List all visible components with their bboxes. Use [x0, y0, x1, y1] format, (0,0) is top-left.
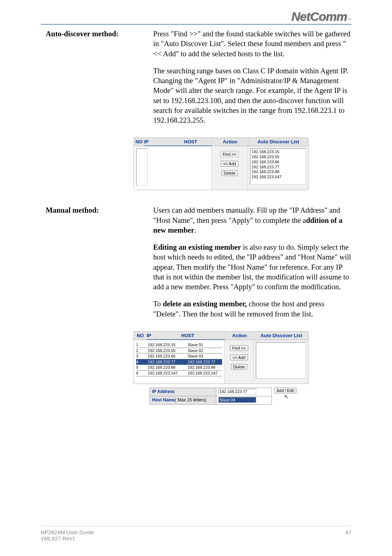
- fig1-col-no: NO: [134, 138, 144, 146]
- fig1-discover-item[interactable]: 192.168.223.55: [252, 155, 305, 160]
- fig1-discover-item[interactable]: 192.168.223.147: [252, 175, 305, 180]
- cursor-icon: ↖: [284, 393, 289, 400]
- section1-heading: Auto-discover method:: [46, 30, 119, 38]
- logo: NetComm ™: [41, 7, 351, 22]
- footer-rev: YML827 Rev1: [41, 535, 94, 541]
- page-footer: NP2624M User Guide YML827 Rev1 47: [41, 526, 351, 541]
- member-row[interactable]: 4192.168.223.77192.168.223.77: [136, 359, 222, 365]
- fig2-col-ip: IP: [147, 332, 181, 340]
- member-row[interactable]: 5192.168.223.88192.168.223.88: [136, 365, 222, 371]
- fig1-discover-listbox[interactable]: 192.168.223.15 192.168.223.55 192.168.22…: [250, 148, 306, 185]
- fig1-col-ip: IP: [144, 138, 184, 146]
- fig2-discover-listbox[interactable]: [256, 342, 306, 379]
- edit-form: IP Address Host Name( Max 15 letters) Ad…: [150, 388, 351, 405]
- form-hostname-input[interactable]: [219, 397, 256, 403]
- section2-para2: Editing an existing member is also easy …: [153, 242, 351, 292]
- fig1-find-button[interactable]: Find >>: [220, 151, 239, 157]
- member-row[interactable]: 6192.168.223.147192.168.223.147: [136, 371, 222, 376]
- form-hostname-label: Host Name( Max 15 letters): [150, 396, 216, 404]
- fig2-member-listbox[interactable]: 1192.168.223.15Slave 012192.168.223.55Sl…: [134, 340, 225, 384]
- fig2-col-no: NO: [134, 332, 147, 340]
- fig2-col-action: Action: [225, 332, 254, 340]
- fig2-col-discover: Auto Discover List: [254, 332, 308, 340]
- fig2-find-button[interactable]: Find >>: [230, 345, 248, 351]
- fig2-delete-button[interactable]: Delete: [231, 364, 248, 370]
- fig1-member-listbox[interactable]: [136, 148, 148, 185]
- fig1-add-button[interactable]: << Add: [221, 161, 238, 167]
- form-add-edit-button[interactable]: Add / Edit: [274, 388, 297, 393]
- fig1-col-host: HOST: [184, 138, 212, 146]
- member-row[interactable]: 2192.168.223.55Slave 02: [136, 348, 222, 354]
- section2-para3: To delete an existing member, choose the…: [153, 299, 351, 319]
- fig1-discover-item[interactable]: 192.168.223.88: [252, 169, 305, 175]
- footer-page-number: 47: [345, 529, 351, 541]
- fig1-discover-item[interactable]: 192.168.223.15: [252, 150, 305, 155]
- logo-tm: ™: [348, 18, 351, 22]
- logo-text: NetComm: [291, 11, 347, 22]
- fig2-add-button[interactable]: << Add: [230, 355, 248, 360]
- section1-para2: The searching range bases on Class C IP …: [153, 66, 351, 126]
- fig1-delete-button[interactable]: Delete: [221, 170, 238, 176]
- figure-manual: NO IP HOST Action Auto Discover List 119…: [134, 331, 309, 384]
- member-row[interactable]: 3192.168.223.66Slave 03: [136, 353, 222, 359]
- fig1-col-discover: Auto Discover List: [248, 138, 308, 146]
- fig1-col-action: Action: [212, 138, 248, 146]
- section2-para1: Users can add members manually. Fill up …: [153, 205, 351, 235]
- figure-autodiscover: NO IP HOST Action Auto Discover List Fin…: [134, 138, 309, 190]
- fig1-discover-item[interactable]: 192.168.223.77: [252, 165, 305, 170]
- member-row[interactable]: 1192.168.223.15Slave 01: [136, 342, 222, 348]
- section2-heading: Manual method:: [46, 206, 99, 214]
- form-ip-input[interactable]: [219, 389, 256, 394]
- section1-para1: Press "Find >>" and the found stackable …: [153, 29, 351, 59]
- fig1-discover-item[interactable]: 192.168.223.66: [252, 160, 305, 165]
- top-divider: [41, 24, 351, 25]
- footer-guide: NP2624M User Guide: [41, 529, 94, 535]
- form-ip-label: IP Address: [150, 388, 216, 396]
- fig2-col-host: HOST: [181, 332, 225, 340]
